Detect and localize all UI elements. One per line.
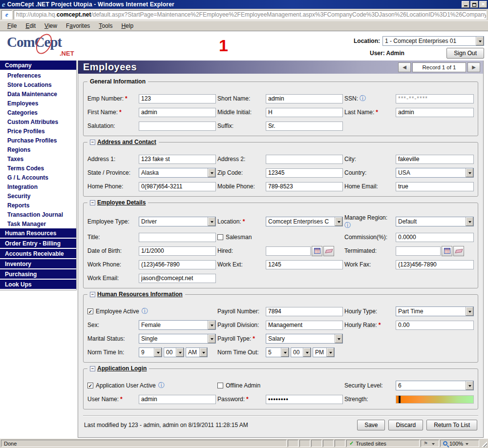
input-user-name[interactable] [139,395,216,404]
menu-item-tools[interactable]: Tools [94,21,117,30]
checkbox-employee-active[interactable]: ✓ [87,308,93,314]
input-title[interactable] [139,233,216,242]
info-icon[interactable]: ⓘ [142,308,148,314]
input-work-email[interactable] [139,274,216,283]
select-state-province[interactable]: Alaska [139,168,216,178]
location-select[interactable]: 1 - Comcept Enterprises 01 [382,36,484,46]
zoom-control[interactable]: 100% [440,440,479,447]
input-date-of-birth[interactable] [139,246,216,256]
menu-item-view[interactable]: View [40,21,62,30]
sidebar-header-human-resources[interactable]: Human Resources [0,228,76,239]
input-commission[interactable] [396,233,474,242]
input-home-phone[interactable] [139,182,216,191]
sidebar-header-order-entry-billing[interactable]: Order Entry - Billing [0,239,76,249]
input-mobile-phone[interactable] [266,182,343,191]
select-norm-time-out-2[interactable]: PM [313,347,335,357]
input-work-phone[interactable] [139,260,216,269]
eraser-button[interactable] [453,246,464,256]
close-button[interactable]: ✕ [479,1,487,8]
sidebar-item-terms-codes[interactable]: Terms Codes [0,163,76,173]
sidebar-item-employees[interactable]: Employees [0,99,76,108]
select-location[interactable]: Comcept Enterprises C [266,217,343,226]
save-button[interactable]: Save [357,420,385,430]
select-hourly-type[interactable]: Part Time [396,306,474,316]
sidebar-header-company[interactable]: Company [0,61,76,71]
return-to-list-button[interactable]: Return To List [426,420,477,430]
select-country[interactable]: USA [396,168,474,178]
input-short-name[interactable] [266,94,343,103]
input-first-name[interactable] [139,108,216,117]
select-payroll-type[interactable]: Salary [266,334,343,344]
input-home-email[interactable] [396,182,474,191]
input-work-ext[interactable] [266,260,343,269]
sidebar-item-store-locations[interactable]: Store Locations [0,80,76,89]
input-city[interactable] [396,155,474,164]
discard-button[interactable]: Discard [388,420,423,430]
sidebar-header-look-ups[interactable]: Look Ups [0,280,76,290]
select-norm-time-in-0[interactable]: 9 [139,347,162,357]
info-icon[interactable]: ⓘ [158,383,165,388]
sidebar-item-transaction-journal[interactable]: Transaction Journal [0,210,76,219]
input-emp-number[interactable] [139,94,216,103]
sidebar-item-taxes[interactable]: Taxes [0,154,76,163]
menu-item-edit[interactable]: Edit [21,21,40,30]
minimize-button[interactable] [462,1,469,8]
input-payroll-division[interactable] [266,321,343,330]
select-norm-time-in-1[interactable]: 00 [164,347,184,357]
sidebar-item-custom-attributes[interactable]: Custom Attributes [0,117,76,126]
sidebar-item-data-maintenance[interactable]: Data Maintenance [0,89,76,99]
select-marital-status[interactable]: Single [139,334,216,344]
collapse-toggle-icon[interactable]: − [90,366,95,371]
input-salutation[interactable] [139,122,216,131]
sidebar-item-reports[interactable]: Reports [0,201,76,210]
select-employee-type[interactable]: Driver [139,217,216,226]
sidebar-header-inventory[interactable]: Inventory [0,259,76,269]
input-hourly-rate[interactable] [396,321,474,330]
info-icon[interactable]: ⓘ [344,223,351,228]
collapse-toggle-icon[interactable]: − [90,292,95,297]
calendar-button[interactable] [442,246,452,256]
sidebar-header-accounts-receivable[interactable]: Accounts Receivable [0,249,76,259]
input-address-1[interactable] [139,155,216,164]
sidebar-header-purchasing[interactable]: Purchasing [0,269,76,280]
collapse-toggle-icon[interactable]: − [90,200,95,205]
select-sex[interactable]: Female [139,320,216,330]
resize-grip[interactable] [480,440,487,447]
menu-item-help[interactable]: Help [117,21,138,30]
next-record-button[interactable]: ▶ [467,62,480,72]
calendar-button[interactable] [312,246,322,256]
sidebar-item-security[interactable]: Security [0,191,76,201]
maximize-button[interactable] [470,1,478,8]
sidebar-item-regions[interactable]: Regions [0,145,76,154]
input-hired[interactable] [266,246,311,256]
menu-item-file[interactable]: File [3,21,21,30]
checkbox-application-user-active[interactable]: ✓ [87,383,93,388]
info-icon[interactable]: ⓘ [360,96,366,102]
input-password[interactable] [266,395,343,404]
collapse-toggle-icon[interactable]: − [90,140,95,145]
sidebar-item-preferences[interactable]: Preferences [0,71,76,80]
input-payroll-number[interactable] [266,307,343,316]
input-ssn[interactable] [396,94,474,103]
sign-out-button[interactable]: Sign Out [446,48,484,59]
input-termimated[interactable] [396,246,441,256]
menu-item-favorites[interactable]: Favorites [62,21,94,30]
protected-mode-pane[interactable]: ⚑ [421,440,439,447]
input-work-fax[interactable] [396,260,474,269]
checkbox-offline-admin[interactable] [217,383,223,388]
checkbox-salesman[interactable] [217,234,223,240]
input-last-name[interactable] [396,108,474,117]
sidebar-item-integration[interactable]: Integration [0,182,76,191]
select-norm-time-out-0[interactable]: 5 [266,347,289,357]
input-middle-initial[interactable] [266,108,343,117]
input-address-2[interactable] [266,155,343,164]
select-norm-time-in-2[interactable]: AM [186,347,208,357]
sidebar-item-purchase-profiles[interactable]: Purchase Profiles [0,136,76,145]
input-zip-code[interactable] [266,168,343,178]
previous-record-button[interactable]: ◀ [398,62,411,72]
select-norm-time-out-1[interactable]: 00 [291,347,311,357]
eraser-button[interactable] [323,246,334,256]
url-input[interactable]: http://utopia.hq.comcept.net/default.asp… [14,10,487,20]
select-security-level[interactable]: 6 [396,381,474,390]
sidebar-item-task-manager[interactable]: Task Manager [0,219,76,228]
